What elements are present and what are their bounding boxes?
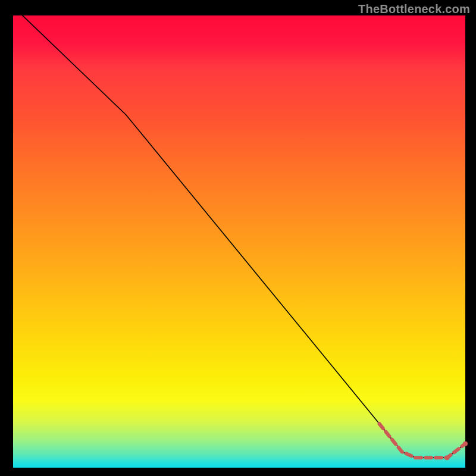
data-marker [463,441,468,446]
chart-svg [0,0,476,476]
curve-layer [13,7,468,460]
data-marker [445,455,450,460]
series-curve [13,7,465,458]
series-dotted-segment [380,424,465,458]
chart-frame: TheBottleneck.com [0,0,476,476]
